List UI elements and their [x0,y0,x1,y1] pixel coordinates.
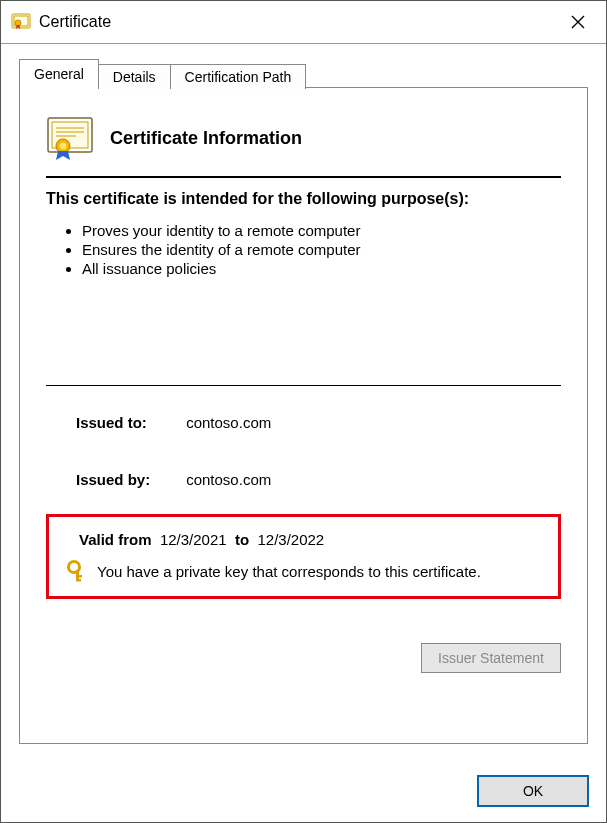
tab-label: Certification Path [185,69,292,85]
valid-from-label: Valid from [79,531,152,548]
validity-highlight-box: Valid from 12/3/2021 to 12/3/2022 [46,514,561,599]
purpose-item: Ensures the identity of a remote compute… [82,241,561,258]
tab-details[interactable]: Details [98,64,171,89]
ok-button[interactable]: OK [478,776,588,806]
purpose-heading: This certificate is intended for the fol… [46,190,561,208]
tab-strip: General Details Certification Path [19,58,588,87]
button-label: Issuer Statement [438,650,544,666]
certificate-icon [11,13,31,31]
dialog-button-row: OK [1,762,606,822]
svg-rect-13 [76,579,81,582]
tab-label: General [34,66,84,82]
cert-info-title: Certificate Information [110,128,302,149]
titlebar: Certificate [1,1,606,44]
divider [46,385,561,386]
certificate-large-icon [46,116,96,160]
issued-to-value: contoso.com [186,414,271,431]
svg-rect-12 [76,575,82,578]
svg-point-9 [60,143,67,150]
close-button[interactable] [550,1,606,43]
tab-label: Details [113,69,156,85]
issuer-statement-button: Issuer Statement [421,643,561,673]
issued-to-label: Issued to: [76,414,176,431]
button-label: OK [523,783,543,799]
valid-from-value: 12/3/2021 [160,531,227,548]
valid-to-value: 12/3/2022 [257,531,324,548]
tab-certification-path[interactable]: Certification Path [170,64,307,89]
tab-panel-general: Certificate Information This certificate… [19,87,588,744]
divider [46,176,561,178]
panel-button-row: Issuer Statement [46,643,561,673]
issued-by-label: Issued by: [76,471,176,488]
valid-to-label: to [235,531,249,548]
private-key-row: You have a private key that corresponds … [67,560,544,582]
window-title: Certificate [39,13,111,31]
cert-info-header: Certificate Information [46,116,561,160]
purpose-list: Proves your identity to a remote compute… [82,220,561,279]
issued-by-value: contoso.com [186,471,271,488]
purpose-item: All issuance policies [82,260,561,277]
key-icon [67,560,87,582]
certificate-dialog: Certificate General Details Certificatio… [0,0,607,823]
client-area: General Details Certification Path [1,44,606,762]
purpose-item: Proves your identity to a remote compute… [82,222,561,239]
issued-by-row: Issued by: contoso.com [76,471,561,488]
close-icon [571,15,585,29]
validity-row: Valid from 12/3/2021 to 12/3/2022 [79,531,544,548]
tab-general[interactable]: General [19,59,99,88]
issued-to-row: Issued to: contoso.com [76,414,561,431]
private-key-message: You have a private key that corresponds … [97,563,481,580]
